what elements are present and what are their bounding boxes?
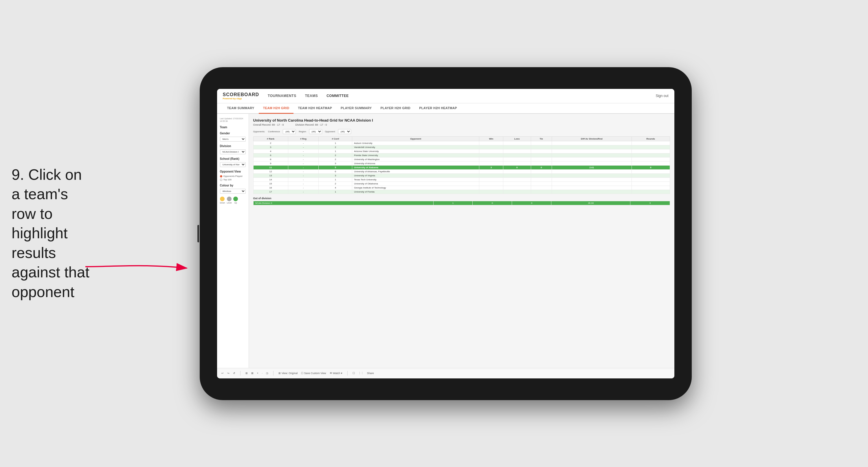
out-of-division-row[interactable]: NCAA Division II 1 0 0 26.00 3: [253, 201, 670, 205]
cell-conf: 3: [319, 173, 352, 177]
cell-tie: [531, 153, 552, 157]
cell-opponent: University of Arizona: [352, 161, 479, 165]
cell-rounds: [631, 177, 670, 181]
cell-loss: [503, 173, 531, 177]
toolbar-clock[interactable]: ◷: [266, 372, 268, 375]
toolbar-camera[interactable]: ☐: [352, 372, 355, 375]
cell-rank: 2: [253, 141, 288, 145]
colour-by-label: Colour by: [220, 184, 246, 187]
nav-teams[interactable]: TEAMS: [305, 92, 318, 99]
cell-tie: [531, 177, 552, 181]
conference-filter-select[interactable]: (All): [283, 129, 296, 134]
table-row[interactable]: 6-2Florida State University: [253, 153, 670, 157]
toolbar-save-custom[interactable]: ☐ Save Custom View: [301, 372, 326, 375]
out-of-division-label: Out of division: [253, 197, 670, 200]
radio-dot-opponents: [220, 175, 222, 177]
nav-committee[interactable]: COMMITTEE: [327, 92, 349, 99]
table-row[interactable]: 2-1Auburn University: [253, 141, 670, 145]
cell-rounds: 8: [631, 165, 670, 169]
table-row[interactable]: 3-2Vanderbilt University: [253, 145, 670, 149]
toolbar-sep-3: [347, 371, 348, 376]
cell-tie: [531, 161, 552, 165]
tab-player-h2h-heatmap[interactable]: PLAYER H2H HEATMAP: [415, 104, 461, 114]
instruction-body: Click on a team's row to highlight resul…: [11, 166, 89, 300]
tab-player-h2h-grid[interactable]: PLAYER H2H GRID: [376, 104, 415, 114]
table-row[interactable]: 9-3University of Arizona: [253, 161, 670, 165]
region-filter-label: Region: [299, 130, 306, 133]
team-label: Team: [220, 126, 246, 129]
school-select[interactable]: University of Nort...: [220, 162, 246, 167]
cell-tie: [531, 145, 552, 149]
table-row[interactable]: 8-2University of Washington: [253, 157, 670, 161]
toolbar-dot[interactable]: ·: [262, 372, 263, 375]
toolbar-share[interactable]: Share: [367, 372, 374, 375]
cell-diff: [552, 189, 631, 194]
cell-diff: [552, 177, 631, 181]
tab-player-summary[interactable]: PLAYER SUMMARY: [336, 104, 376, 114]
tablet-side-button: [197, 225, 199, 242]
colour-by-select[interactable]: Win/loss: [220, 189, 246, 194]
cell-diff: [552, 141, 631, 145]
out-div-tie: 0: [512, 201, 551, 205]
table-row[interactable]: 17-1University of Florida: [253, 189, 670, 194]
brand-name: clipp: [237, 97, 242, 100]
toolbar-watch[interactable]: 👁 Watch ▾: [330, 372, 342, 375]
cell-opponent: Texas Tech University: [352, 177, 479, 181]
tab-team-h2h-grid[interactable]: TEAM H2H GRID: [259, 104, 294, 114]
cell-conf: 5: [319, 165, 352, 169]
table-row[interactable]: 12-6University of Arkansas, Fayetteville: [253, 169, 670, 173]
cell-rounds: [631, 169, 670, 173]
toolbar-view-original[interactable]: ⊞ View: Original: [278, 372, 298, 375]
tab-team-h2h-heatmap[interactable]: TEAM H2H HEATMAP: [293, 104, 336, 114]
table-row[interactable]: 15-2University of Oklahoma: [253, 181, 670, 185]
table-row[interactable]: 11-5University of Alabama3002.618: [253, 165, 670, 169]
radio-opponents-played[interactable]: Opponents Played: [220, 175, 246, 177]
table-row[interactable]: 16-4Georgia Institute of Technology: [253, 185, 670, 189]
school-label: School (Rank): [220, 157, 246, 160]
toolbar-add[interactable]: +: [257, 372, 258, 375]
col-rounds: Rounds: [631, 136, 670, 141]
toolbar-sep-2: [273, 371, 274, 376]
region-filter-select[interactable]: (All): [309, 129, 322, 134]
cell-rank: 13: [253, 173, 288, 177]
cell-conf: 3: [319, 161, 352, 165]
sign-out-button[interactable]: Sign out: [656, 94, 668, 98]
division-select[interactable]: NCAA Division I: [220, 149, 246, 154]
table-row[interactable]: 13-3University of Virginia: [253, 173, 670, 177]
toolbar-redo[interactable]: ↪: [227, 372, 229, 375]
cell-reg: -: [288, 153, 319, 157]
cell-opponent: University of Washington: [352, 157, 479, 161]
opponent-filter-select[interactable]: (All): [338, 129, 351, 134]
top100-label: Top 100: [223, 178, 231, 181]
cell-opponent: University of Arkansas, Fayetteville: [352, 169, 479, 173]
cell-loss: [503, 145, 531, 149]
cell-reg: -: [288, 169, 319, 173]
cell-diff: [552, 169, 631, 173]
toolbar-layout[interactable]: ⋮⋮: [358, 372, 364, 375]
cell-rounds: [631, 145, 670, 149]
overall-record: Overall Record: 89 - 17 - 0: [253, 123, 284, 126]
cell-rank: 6: [253, 153, 288, 157]
toolbar-grid[interactable]: ⊞: [245, 372, 248, 375]
gender-select[interactable]: Men's: [220, 137, 246, 142]
cell-reg: -: [288, 157, 319, 161]
cell-conf: 1: [319, 149, 352, 153]
toolbar-select[interactable]: ⊠: [251, 372, 253, 375]
cell-win: [479, 173, 503, 177]
table-row[interactable]: 14-1Texas Tech University: [253, 177, 670, 181]
legend-level-dot: [227, 197, 231, 201]
toolbar-refresh[interactable]: ↺: [233, 372, 235, 375]
toolbar-undo[interactable]: ↩: [221, 372, 224, 375]
cell-loss: [503, 189, 531, 194]
table-row[interactable]: 4-1Arizona State University: [253, 149, 670, 153]
tab-team-summary[interactable]: TEAM SUMMARY: [223, 104, 259, 114]
cell-tie: [531, 157, 552, 161]
nav-tournaments[interactable]: TOURNAMENTS: [268, 92, 297, 99]
cell-loss: [503, 153, 531, 157]
radio-top100[interactable]: Top 100: [220, 178, 246, 181]
division-label: Division: [220, 144, 246, 148]
cell-rounds: [631, 141, 670, 145]
cell-loss: [503, 149, 531, 153]
division-record: Division Record: 88 - 17 - 0: [296, 123, 327, 126]
legend-level: Level: [227, 197, 231, 204]
